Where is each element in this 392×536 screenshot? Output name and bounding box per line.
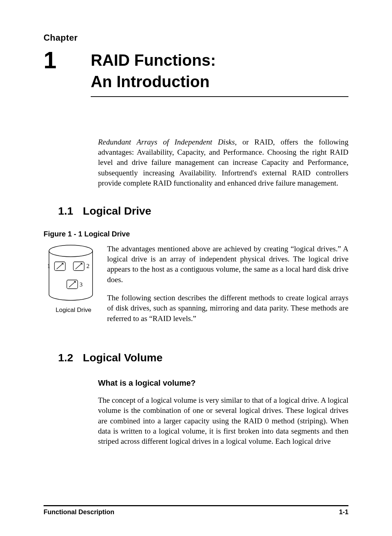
section-2-title: Logical Volume <box>83 352 162 364</box>
section-1-para-1: The advantages mentioned above are achie… <box>107 244 348 285</box>
section-1-title: Logical Drive <box>83 205 151 217</box>
intro-paragraph: Redundant Arrays of Independent Disks, o… <box>98 137 348 188</box>
chapter-title: RAID Functions: An Introduction <box>91 49 348 97</box>
section-1-heading: 1.1 Logical Drive <box>58 205 348 217</box>
footer-right: 1-1 <box>339 508 348 516</box>
disk-3-icon <box>67 280 78 289</box>
section-2-para: The concept of a logical volume is very … <box>98 395 348 447</box>
section-2-number: 1.2 <box>58 352 80 364</box>
section-2-heading: 1.2 Logical Volume <box>58 352 348 364</box>
logical-drive-svg: 1 2 3 <box>44 244 98 304</box>
page: Chapter 1 RAID Functions: An Introductio… <box>0 0 392 536</box>
intro-italic-lead: Redundant Arrays of Independent Disks <box>98 138 235 146</box>
section-1-number: 1.1 <box>58 205 80 217</box>
chapter-title-block: RAID Functions: An Introduction <box>91 46 348 97</box>
disk-1-icon <box>54 262 65 271</box>
chapter-title-line2: An Introduction <box>91 73 210 90</box>
figure-1-label: Logical Drive <box>44 306 103 314</box>
footer-left: Functional Description <box>44 508 114 516</box>
section-1-para-2: The following section describes the diff… <box>107 293 348 324</box>
svg-point-0 <box>49 245 93 257</box>
chapter-label: Chapter <box>44 33 348 43</box>
section-2-subheading: What is a logical volume? <box>98 378 348 388</box>
disk-2-icon <box>73 262 84 271</box>
figure-1-caption: Figure 1 - 1 Logical Drive <box>44 230 348 238</box>
chapter-title-line1: RAID Functions: <box>91 51 216 69</box>
disk-3-label: 3 <box>79 281 83 288</box>
figure-1-row: 1 2 3 Logical Drive The advantages menti… <box>44 244 348 332</box>
chapter-row: 1 RAID Functions: An Introduction <box>44 46 348 97</box>
logical-drive-diagram: 1 2 3 <box>44 244 98 304</box>
disk-2-label: 2 <box>86 263 90 269</box>
page-footer: Functional Description 1-1 <box>44 505 348 516</box>
chapter-number: 1 <box>44 46 91 72</box>
figure-1-box: 1 2 3 Logical Drive <box>44 244 103 314</box>
figure-1-text: The advantages mentioned above are achie… <box>107 244 348 332</box>
disk-1-label: 1 <box>47 263 50 269</box>
